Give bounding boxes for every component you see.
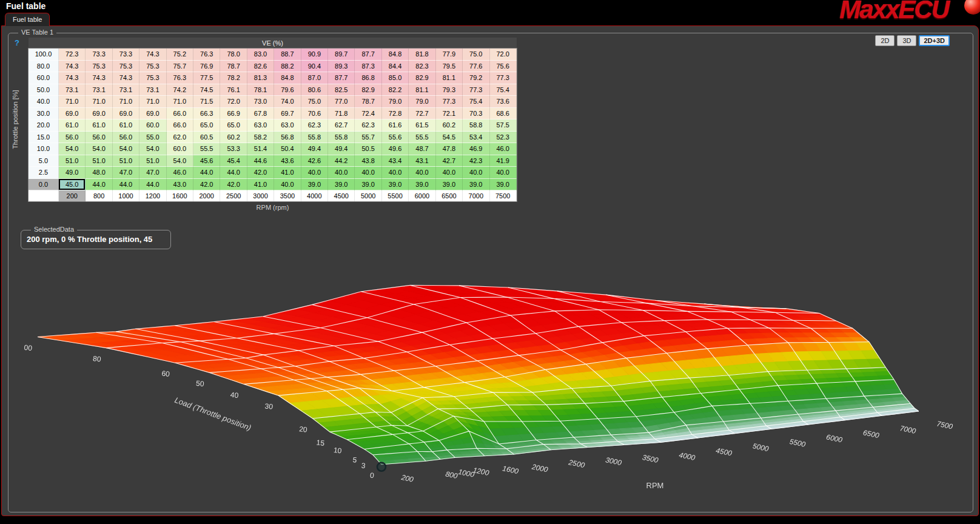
ve-cell[interactable]: 45.6 (193, 155, 220, 167)
ve-cell[interactable]: 55.6 (382, 132, 409, 144)
ve-cell[interactable]: 80.6 (301, 84, 328, 96)
ve-cell[interactable]: 44.0 (139, 179, 166, 191)
ve-cell[interactable]: 40.0 (274, 179, 301, 191)
ve-cell[interactable]: 79.5 (436, 61, 463, 73)
ve-cell[interactable]: 53.3 (220, 143, 247, 155)
ve-cell[interactable]: 46.9 (463, 143, 489, 155)
ve-cell[interactable]: 60.2 (220, 132, 247, 144)
col-header[interactable]: 7500 (490, 190, 517, 201)
col-header[interactable]: 2500 (220, 190, 247, 201)
ve-cell[interactable]: 65.0 (193, 119, 220, 132)
ve-cell[interactable]: 56.8 (274, 132, 301, 144)
tab-fuel-table[interactable]: Fuel table (5, 13, 50, 26)
col-header[interactable]: 6000 (409, 190, 435, 201)
col-header[interactable]: 3500 (274, 190, 301, 201)
ve-cell[interactable]: 79.2 (463, 72, 489, 84)
ve-cell[interactable]: 84.4 (382, 61, 409, 73)
ve-cell[interactable]: 50.5 (355, 143, 381, 155)
ve-cell[interactable]: 69.0 (139, 108, 166, 120)
ve-cell[interactable]: 84.8 (274, 72, 301, 84)
ve-cell[interactable]: 44.0 (193, 167, 220, 179)
ve-cell[interactable]: 74.3 (113, 72, 139, 84)
ve-cell[interactable]: 75.6 (490, 61, 517, 73)
ve-cell[interactable]: 75.0 (463, 49, 489, 61)
ve-cell[interactable]: 79.0 (409, 96, 435, 108)
ve-cell[interactable]: 54.5 (436, 132, 463, 144)
ve-cell[interactable]: 57.5 (490, 119, 517, 132)
col-header[interactable]: 2000 (193, 190, 220, 201)
ve-cell[interactable]: 72.7 (409, 108, 435, 120)
ve-cell[interactable]: 43.6 (274, 155, 301, 167)
ve-cell[interactable]: 46.0 (167, 167, 193, 179)
ve-cell[interactable]: 73.3 (113, 49, 139, 61)
ve-cell[interactable]: 51.0 (139, 155, 166, 167)
ve-cell[interactable]: 72.0 (490, 49, 517, 61)
col-header[interactable]: 200 (59, 190, 86, 201)
ve-cell[interactable]: 78.7 (220, 61, 247, 73)
ve-cell[interactable]: 66.0 (167, 108, 193, 120)
ve-cell[interactable]: 56.0 (113, 132, 139, 144)
ve-cell[interactable]: 76.9 (193, 61, 220, 73)
ve-cell[interactable]: 60.5 (193, 132, 220, 144)
ve-cell[interactable]: 55.5 (193, 143, 220, 155)
ve-cell[interactable]: 73.1 (139, 84, 166, 96)
ve-cell[interactable]: 84.8 (382, 49, 409, 61)
ve-cell[interactable]: 78.7 (355, 96, 381, 108)
ve-cell[interactable]: 49.0 (59, 167, 86, 179)
ve-cell[interactable]: 41.0 (274, 167, 301, 179)
row-header[interactable]: 2.5 (29, 167, 59, 179)
ve-cell[interactable]: 53.4 (463, 132, 489, 144)
ve-cell[interactable]: 66.9 (220, 108, 247, 120)
ve-cell[interactable]: 55.5 (409, 132, 435, 144)
ve-cell[interactable]: 62.3 (301, 119, 328, 132)
ve-cell[interactable]: 43.8 (355, 155, 381, 167)
col-header[interactable]: 5000 (355, 190, 381, 201)
row-header[interactable]: 40.0 (29, 96, 59, 108)
ve-cell[interactable]: 69.0 (86, 108, 112, 120)
ve-cell[interactable]: 42.3 (463, 155, 489, 167)
row-header[interactable]: 5.0 (29, 155, 59, 167)
ve-cell[interactable]: 61.6 (382, 119, 409, 132)
ve-cell[interactable]: 66.3 (193, 108, 220, 120)
ve-cell[interactable]: 44.6 (247, 155, 274, 167)
ve-cell[interactable]: 52.3 (490, 132, 517, 144)
ve-cell[interactable]: 75.3 (86, 61, 112, 73)
ve-cell[interactable]: 81.1 (436, 72, 463, 84)
ve-cell[interactable]: 55.0 (139, 132, 166, 144)
ve-cell[interactable]: 61.0 (113, 119, 139, 132)
ve-cell[interactable]: 74.2 (167, 84, 193, 96)
ve-cell[interactable]: 82.3 (409, 61, 435, 73)
ve-cell[interactable]: 51.0 (86, 155, 112, 167)
ve-cell[interactable]: 88.7 (274, 49, 301, 61)
ve-cell[interactable]: 60.2 (436, 119, 463, 132)
ve-cell[interactable]: 61.5 (409, 119, 435, 132)
ve-cell[interactable]: 71.8 (328, 108, 355, 120)
ve-cell[interactable]: 71.5 (193, 96, 220, 108)
ve-cell[interactable]: 81.8 (409, 49, 435, 61)
ve-cell[interactable]: 86.8 (355, 72, 381, 84)
ve-cell[interactable]: 74.3 (86, 72, 112, 84)
ve-cell[interactable]: 54.0 (59, 143, 86, 155)
ve-cell[interactable]: 71.0 (59, 96, 86, 108)
ve-cell[interactable]: 75.3 (113, 61, 139, 73)
ve-cell[interactable]: 40.0 (436, 167, 463, 179)
ve-cell[interactable]: 73.1 (86, 84, 112, 96)
ve-cell[interactable]: 83.0 (247, 49, 274, 61)
ve-cell[interactable]: 74.3 (59, 61, 86, 73)
ve-cell[interactable]: 50.4 (274, 143, 301, 155)
ve-cell[interactable]: 51.0 (59, 155, 86, 167)
ve-cell[interactable]: 76.3 (167, 72, 193, 84)
ve-cell[interactable]: 56.0 (86, 132, 112, 144)
ve-cell[interactable]: 44.0 (86, 179, 112, 191)
col-header[interactable]: 1200 (139, 190, 166, 201)
ve-cell[interactable]: 40.0 (328, 167, 355, 179)
ve-cell[interactable]: 74.5 (193, 84, 220, 96)
ve-cell[interactable]: 63.0 (247, 119, 274, 132)
col-header[interactable]: 1600 (167, 190, 193, 201)
ve-cell[interactable]: 72.8 (382, 108, 409, 120)
ve-cell[interactable]: 76.1 (220, 84, 247, 96)
ve-cell[interactable]: 77.0 (328, 96, 355, 108)
ve-cell[interactable]: 61.0 (86, 119, 112, 132)
surface-3d-view[interactable] (8, 250, 980, 523)
ve-cell[interactable]: 79.6 (274, 84, 301, 96)
